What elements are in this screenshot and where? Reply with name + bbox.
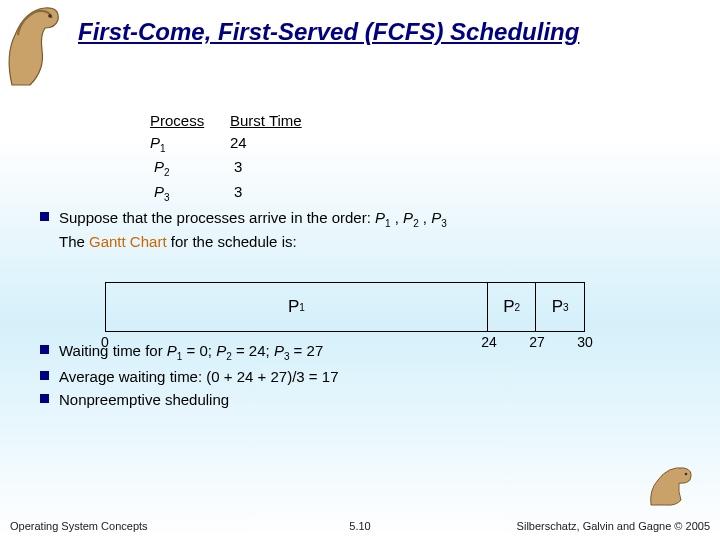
dinosaur-top-icon — [0, 0, 66, 90]
bullet-suppose: Suppose that the processes arrive in the… — [80, 207, 680, 252]
lower-bullets: Waiting time for P1 = 0; P2 = 24; P3 = 2… — [60, 338, 690, 410]
text: P — [274, 342, 284, 359]
bullet-nonpreemptive: Nonpreemptive sheduling — [59, 389, 690, 410]
text: = 24; — [232, 342, 274, 359]
process-sub: 2 — [164, 167, 170, 178]
table-row: P2 3 — [150, 156, 680, 181]
bullet-waiting-time: Waiting time for P1 = 0; P2 = 24; P3 = 2… — [59, 340, 690, 364]
burst-value: 3 — [234, 181, 394, 206]
text: P — [375, 209, 385, 226]
text: The — [59, 233, 89, 250]
table-row: P3 3 — [150, 181, 680, 206]
gantt-cell: P1 — [106, 283, 488, 331]
gantt-sub: 2 — [514, 302, 520, 313]
svg-point-0 — [48, 14, 52, 18]
text: = 27 — [289, 342, 323, 359]
text: , — [419, 209, 432, 226]
text: Waiting time for — [59, 342, 167, 359]
gantt-chart-link-text: Gantt Chart — [89, 233, 167, 250]
process-label: P — [154, 183, 164, 200]
svg-point-1 — [685, 473, 688, 476]
gantt-label: P — [288, 297, 299, 317]
dinosaur-bottom-icon — [646, 460, 700, 510]
text: Suppose that the processes arrive in the… — [59, 209, 375, 226]
gantt-label: P — [503, 297, 514, 317]
gantt-label: P — [552, 297, 563, 317]
text: P — [216, 342, 226, 359]
col-header-process: Process — [150, 110, 204, 132]
gantt-cell: P3 — [536, 283, 584, 331]
text: for the schedule is: — [167, 233, 297, 250]
bullet-icon — [40, 212, 49, 221]
gantt-sub: 1 — [299, 302, 305, 313]
process-label: P — [150, 134, 160, 151]
text: P — [403, 209, 413, 226]
text: 3 — [441, 218, 447, 229]
process-sub: 1 — [160, 143, 166, 154]
text: , — [391, 209, 404, 226]
footer-right: Silberschatz, Galvin and Gagne © 2005 — [517, 520, 710, 532]
content-area: Process Burst Time P1 24 P2 3 P3 3 Suppo… — [80, 110, 680, 252]
text: P — [167, 342, 177, 359]
burst-value: 24 — [230, 132, 390, 157]
bullet-average: Average waiting time: (0 + 24 + 27)/3 = … — [59, 366, 690, 387]
table-row: P1 24 — [150, 132, 680, 157]
process-sub: 3 — [164, 192, 170, 203]
slide-title: First-Come, First-Served (FCFS) Scheduli… — [78, 18, 700, 46]
col-header-burst: Burst Time — [230, 110, 382, 132]
gantt-sub: 3 — [563, 302, 569, 313]
text: P — [431, 209, 441, 226]
process-label: P — [154, 158, 164, 175]
gantt-cell: P2 — [488, 283, 537, 331]
bullet-icon — [40, 394, 49, 403]
bullet-icon — [40, 371, 49, 380]
text: = 0; — [182, 342, 216, 359]
bullet-icon — [40, 345, 49, 354]
burst-value: 3 — [234, 156, 394, 181]
